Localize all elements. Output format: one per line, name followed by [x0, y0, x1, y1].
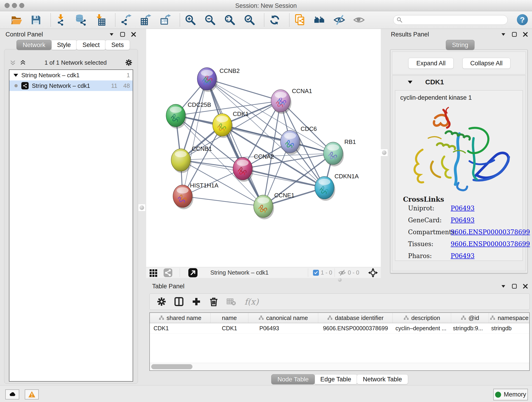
node-table[interactable]: shared namenamecanonical namedatabase id…: [149, 313, 530, 371]
cell-name[interactable]: CDK1: [210, 325, 248, 332]
tab-select[interactable]: Select: [76, 40, 106, 50]
network-options-gear-icon[interactable]: [125, 59, 133, 66]
export-network-button[interactable]: [120, 14, 132, 26]
cell-database-identifier[interactable]: 9606.ENSP00000378699: [318, 325, 393, 332]
open-in-window-icon[interactable]: [188, 267, 198, 278]
column-header-label: canonical name: [266, 314, 308, 322]
zoom-fit-button[interactable]: [224, 14, 235, 26]
zoom-selected-button[interactable]: [244, 14, 255, 26]
show-columns-icon[interactable]: [173, 296, 185, 307]
tab-string[interactable]: String: [446, 40, 475, 50]
float-panel-icon[interactable]: [120, 32, 126, 37]
save-session-button[interactable]: [30, 14, 42, 26]
function-builder-icon[interactable]: f(x): [243, 296, 260, 307]
export-network-icon: [120, 14, 132, 26]
left-splitter-handle[interactable]: [138, 204, 146, 211]
column-header-description[interactable]: description: [393, 313, 451, 323]
show-all-button[interactable]: [353, 14, 365, 26]
help-button[interactable]: ?: [517, 14, 528, 25]
tab-edge-table[interactable]: Edge Table: [314, 374, 357, 384]
export-image-button[interactable]: [159, 14, 171, 26]
node-RB1[interactable]: [323, 142, 344, 166]
import-table-button[interactable]: [95, 14, 106, 26]
network-canvas[interactable]: CCNB2CCNA1CDC25BCDK1CDC6RB1CCNB1CCNA2CDK…: [146, 29, 381, 278]
close-panel-icon[interactable]: [522, 283, 528, 289]
warnings-button[interactable]: [25, 389, 39, 400]
collapse-panel-icon[interactable]: [500, 283, 506, 289]
gene-entry-header[interactable]: CDK1: [392, 76, 526, 89]
results-entries-box: CDK1 cyclin-dependent kinase 1: [392, 75, 526, 271]
delete-column-trash-icon[interactable]: [208, 296, 220, 307]
import-network-database-button[interactable]: [75, 14, 87, 26]
edge-CCNB2-CCNA1[interactable]: [207, 79, 281, 101]
collection-expand-caret-icon[interactable]: [13, 74, 18, 77]
open-session-button[interactable]: [11, 14, 22, 26]
network-share-icon[interactable]: [163, 267, 173, 278]
import-network-button[interactable]: [56, 14, 67, 26]
network-graph[interactable]: CCNB2CCNA1CDC25BCDK1CDC6RB1CCNB1CCNA2CDK…: [146, 29, 381, 267]
refresh-layout-button[interactable]: [269, 14, 280, 26]
cell-namespace[interactable]: stringdb: [489, 325, 530, 332]
crosslink-link[interactable]: 9606.ENSP00000378699: [451, 229, 530, 236]
column-header-namespace[interactable]: namespace: [489, 313, 530, 323]
close-panel-icon[interactable]: [522, 32, 528, 37]
table-settings-gear-icon[interactable]: [156, 296, 167, 307]
table-row[interactable]: CDK1CDK1P064939606.ENSP00000378699cyclin…: [150, 323, 529, 333]
tab-network[interactable]: Network: [17, 40, 51, 50]
fit-content-crosshair-icon[interactable]: [368, 267, 378, 278]
tab-node-table[interactable]: Node Table: [271, 374, 315, 384]
node-CCNB1[interactable]: [171, 149, 191, 173]
cell-shared-name[interactable]: CDK1: [150, 325, 210, 332]
tab-sets[interactable]: Sets: [105, 40, 130, 50]
scrollbar-thumb[interactable]: [151, 364, 192, 369]
float-panel-icon[interactable]: [511, 283, 517, 289]
right-splitter-handle[interactable]: [380, 149, 388, 156]
edge-HIST1H1A-CCNE1[interactable]: [183, 196, 263, 206]
memory-button[interactable]: Memory: [493, 389, 528, 400]
node-CCNA1[interactable]: [271, 89, 291, 114]
cloud-button[interactable]: [5, 389, 19, 400]
network-collection-row[interactable]: String Network – cdk1 1: [9, 70, 133, 80]
crosslink-link[interactable]: P06493: [451, 205, 475, 212]
collapse-panel-icon[interactable]: [109, 32, 114, 37]
crosslink-link[interactable]: 9606.ENSP00000378699: [451, 240, 530, 248]
crosslink-link[interactable]: P06493: [451, 217, 475, 224]
tab-network-table[interactable]: Network Table: [357, 374, 408, 384]
hide-selected-button[interactable]: [334, 14, 345, 26]
delete-table-icon[interactable]: [225, 296, 237, 307]
cell-canonical-name[interactable]: P06493: [248, 325, 318, 332]
zoom-out-button[interactable]: [204, 14, 216, 26]
crosslink-link[interactable]: P06493: [451, 252, 475, 259]
gene-expand-caret-icon[interactable]: [408, 81, 412, 84]
tab-style[interactable]: Style: [51, 40, 77, 50]
duplicate-network-icon: [294, 14, 306, 26]
close-panel-icon[interactable]: [131, 32, 137, 37]
first-neighbors-button[interactable]: [314, 14, 325, 26]
column-header-name[interactable]: name: [210, 313, 248, 323]
import-network-icon: [56, 14, 67, 26]
expand-all-networks-icon[interactable]: [19, 59, 26, 66]
collapse-all-networks-icon[interactable]: [9, 59, 16, 66]
float-panel-icon[interactable]: [511, 32, 517, 37]
birds-eye-grid-icon[interactable]: [149, 267, 158, 278]
add-column-plus-icon[interactable]: [190, 296, 202, 307]
cell-@id[interactable]: stringdb:9...: [451, 325, 489, 332]
cell-description[interactable]: cyclin–dependent ...: [393, 325, 451, 332]
column-header-shared-name[interactable]: shared name: [150, 313, 210, 323]
expand-all-button[interactable]: Expand All: [408, 58, 454, 69]
column-header-canonical-name[interactable]: canonical name: [248, 313, 318, 323]
column-header-@id[interactable]: @id: [451, 313, 489, 323]
search-input[interactable]: [405, 17, 507, 24]
collapse-panel-icon[interactable]: [500, 32, 506, 37]
zoom-in-button[interactable]: [185, 14, 196, 26]
node-CDC25B[interactable]: [166, 104, 186, 128]
node-CCNE1[interactable]: [254, 195, 274, 219]
node-CCNB2[interactable]: [197, 68, 218, 92]
network-row-selected[interactable]: String Network – cdk1 11 48: [9, 80, 133, 91]
duplicate-network-button[interactable]: [294, 14, 306, 26]
node-CDK1[interactable]: [213, 114, 233, 138]
node-CDKN1A[interactable]: [315, 177, 335, 201]
column-header-database-identifier[interactable]: database identifier: [318, 313, 393, 323]
collapse-all-button[interactable]: Collapse All: [462, 58, 510, 69]
export-table-button[interactable]: [140, 14, 151, 26]
